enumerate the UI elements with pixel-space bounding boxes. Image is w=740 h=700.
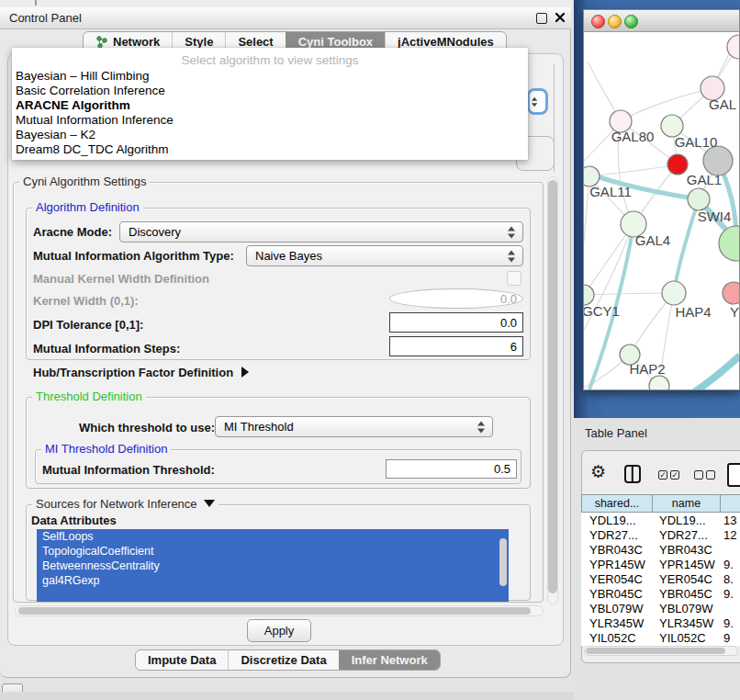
- which-threshold-combo[interactable]: MI Threshold: [215, 416, 493, 437]
- aracne-mode-combo[interactable]: Discovery: [119, 221, 523, 243]
- algorithm-option-aracne-algorithm[interactable]: ARACNE Algorithm: [12, 98, 528, 113]
- algorithm-dropdown-popup: Select algorithm to view settings Bayesi…: [12, 48, 528, 160]
- table-cell: YBL079W: [581, 602, 652, 615]
- tab-label: Infer Network: [352, 653, 428, 667]
- tab-label: Select: [238, 35, 273, 49]
- table-horizontal-scrollbar-thumb[interactable]: [586, 648, 725, 654]
- table-cell: YDL19...: [652, 514, 720, 527]
- algorithm-option-bayesian-k2[interactable]: Bayesian – K2: [12, 128, 528, 142]
- network-node-hap4[interactable]: [662, 281, 686, 305]
- table-cell: YER054C: [652, 572, 720, 586]
- unchecked-box-icon[interactable]: [706, 470, 715, 480]
- focused-combo-fragment[interactable]: [527, 88, 548, 115]
- expander-down-icon: [204, 500, 215, 507]
- node-label-hap4: HAP4: [675, 304, 711, 320]
- table-row[interactable]: YIL052CYIL052C9: [581, 630, 740, 645]
- algorithm-option-basic-correlation-inference[interactable]: Basic Correlation Inference: [12, 84, 528, 98]
- algorithm-option-bayesian-hill-climbing[interactable]: Bayesian – Hill Climbing: [12, 69, 528, 84]
- table-cell: YDR27...: [581, 528, 652, 542]
- table-cell: 9.: [720, 587, 740, 601]
- table-cell: YBL079W: [652, 602, 720, 615]
- network-edge[interactable]: [584, 293, 674, 295]
- attribute-item-betweennesscentrality[interactable]: BetweennessCentrality: [37, 559, 509, 573]
- network-node[interactable]: [719, 226, 739, 261]
- aracne-mode-value: Discovery: [129, 225, 181, 239]
- hub-expander-label: Hub/Transcription Factor Definition: [33, 366, 233, 379]
- table-row[interactable]: YBR045CYBR045C9.: [581, 586, 740, 601]
- gear-icon[interactable]: ⚙: [590, 462, 606, 482]
- attribute-item-topologicalcoefficient[interactable]: TopologicalCoefficient: [37, 544, 509, 559]
- apply-button[interactable]: Apply: [247, 619, 311, 642]
- network-edge[interactable]: [674, 199, 699, 292]
- mi-steps-field[interactable]: 6: [389, 336, 523, 356]
- network-node[interactable]: [649, 376, 669, 390]
- algorithm-definition-legend: Algorithm Definition: [32, 200, 143, 214]
- node-label-hap2: HAP2: [629, 361, 665, 377]
- node-label-gal10: GAL10: [675, 134, 718, 150]
- close-icon[interactable]: [555, 12, 566, 23]
- network-edge[interactable]: [694, 356, 739, 390]
- data-attributes-list[interactable]: SelfLoopsTopologicalCoefficientBetweenne…: [37, 529, 509, 602]
- column-header-shared[interactable]: shared...: [582, 495, 653, 512]
- network-view-window[interactable]: GALGAL80GAL10GAL1GAL11SWI4GAL4GCY1HAP4YH…: [583, 9, 740, 390]
- network-window-titlebar[interactable]: [584, 10, 739, 32]
- minimize-traffic-light-icon[interactable]: [608, 15, 622, 28]
- table-row[interactable]: YBR043CYBR043C: [581, 542, 740, 557]
- table-row[interactable]: YLR345WYLR345W9.: [581, 615, 740, 630]
- network-node-gcy1[interactable]: [584, 285, 594, 305]
- table-row[interactable]: YDR27...YDR27...12: [581, 527, 740, 542]
- control-panel-title: Control Panel: [9, 11, 82, 25]
- table-cell: YBR045C: [581, 587, 652, 601]
- table-body[interactable]: YDL19...YDL19...13YDR27...YDR27...12YBR0…: [581, 513, 740, 646]
- bottom-tab-infer-network[interactable]: Infer Network: [339, 650, 440, 670]
- table-row[interactable]: YDL19...YDL19...13: [581, 513, 740, 527]
- threshold-legend: Threshold Definition: [32, 390, 146, 403]
- network-edge[interactable]: [589, 164, 678, 176]
- table-cell: YBR045C: [652, 587, 720, 601]
- network-canvas[interactable]: GALGAL80GAL10GAL1GAL11SWI4GAL4GCY1HAP4YH…: [584, 32, 739, 390]
- column-header-name[interactable]: name: [653, 495, 721, 512]
- node-label-gal4: GAL4: [635, 232, 670, 248]
- manual-kernel-checkbox[interactable]: [507, 271, 521, 286]
- bottom-tab-discretize-data[interactable]: Discretize Data: [228, 650, 338, 670]
- expander-right-icon: [241, 367, 249, 378]
- table-cell: 9.: [720, 616, 740, 630]
- network-node-swi4[interactable]: [688, 188, 710, 210]
- table-cell: 9.: [720, 558, 740, 571]
- import-table-icon[interactable]: [727, 463, 740, 487]
- table-cell: 13: [720, 514, 740, 527]
- network-node-y[interactable]: [723, 282, 739, 304]
- unchecked-box-icon[interactable]: [694, 470, 703, 480]
- zoom-traffic-light-icon[interactable]: [624, 15, 638, 28]
- network-node-gal1[interactable]: [667, 154, 688, 175]
- mi-type-combo[interactable]: Naive Bayes: [246, 245, 523, 266]
- table-row[interactable]: YBL079WYBL079W: [581, 601, 740, 615]
- dpi-tolerance-field[interactable]: 0.0: [389, 312, 523, 333]
- bottom-tab-impute-data[interactable]: Impute Data: [136, 650, 228, 670]
- column-header-extra[interactable]: [721, 495, 740, 512]
- sources-legend[interactable]: Sources for Network Inference: [32, 497, 219, 511]
- close-traffic-light-icon[interactable]: [591, 15, 605, 28]
- settings-horizontal-scrollbar-thumb[interactable]: [18, 607, 531, 615]
- checked-box-icon[interactable]: ✓: [658, 470, 667, 480]
- table-cell: 8.: [720, 572, 740, 586]
- algorithm-option-mutual-information-inference[interactable]: Mutual Information Inference: [12, 113, 528, 128]
- node-label-gal11: GAL11: [589, 184, 632, 199]
- attribute-list-scrollbar[interactable]: [499, 538, 507, 586]
- attribute-item-gal4rgexp[interactable]: gal4RGexp: [37, 573, 509, 588]
- float-window-icon[interactable]: [536, 13, 547, 24]
- settings-legend: Cyni Algorithm Settings: [19, 175, 150, 188]
- kernel-width-field[interactable]: 0.0: [389, 288, 523, 309]
- node-label-gcy1: GCY1: [584, 303, 620, 319]
- spinner-arrows-icon: [477, 421, 486, 433]
- columns-icon[interactable]: [624, 465, 641, 483]
- mi-threshold-field[interactable]: 0.5: [386, 459, 517, 479]
- table-row[interactable]: YER054CYER054C8.: [581, 571, 740, 586]
- algorithm-option-dream8-dc-tdc-algorithm[interactable]: Dream8 DC_TDC Algorithm: [12, 142, 528, 157]
- checked-box-icon[interactable]: ✓: [670, 470, 679, 480]
- hub-expander[interactable]: Hub/Transcription Factor Definition: [33, 366, 249, 379]
- algorithm-popup-prompt: Select algorithm to view settings: [12, 51, 528, 69]
- attribute-item-selfloops[interactable]: SelfLoops: [37, 529, 509, 544]
- table-row[interactable]: YPR145WYPR145W9.: [581, 557, 740, 571]
- settings-vertical-scrollbar-thumb[interactable]: [548, 180, 557, 593]
